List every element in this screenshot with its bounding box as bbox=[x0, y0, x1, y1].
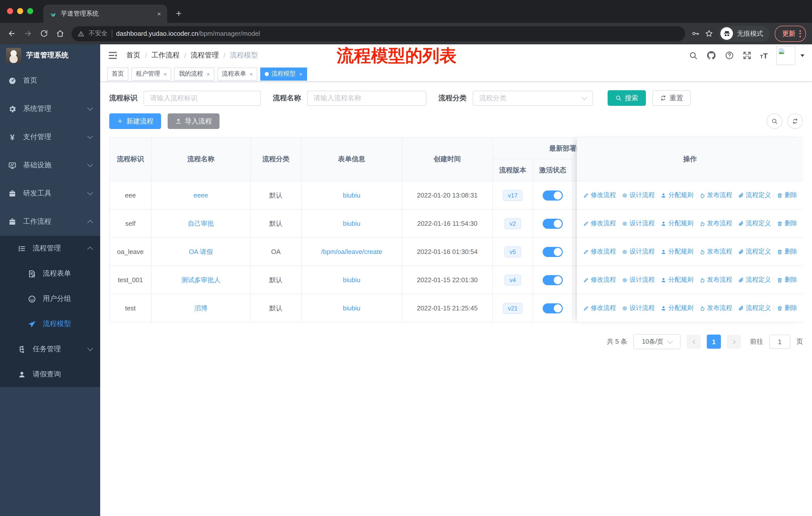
sidebar-item-task-mgmt[interactable]: 任务管理 bbox=[0, 336, 100, 362]
design-process-link[interactable]: 设计流程 bbox=[621, 276, 655, 284]
browser-update-button[interactable]: 更新 bbox=[775, 25, 806, 42]
publish-process-link[interactable]: 发布流程 bbox=[699, 247, 732, 256]
assign-rule-link[interactable]: 分配规则 bbox=[660, 191, 693, 199]
sidebar-item-infra[interactable]: 基础设施 bbox=[0, 151, 100, 180]
process-definition-link[interactable]: 流程定义 bbox=[738, 191, 771, 199]
process-name-input[interactable] bbox=[307, 90, 426, 106]
tag-home[interactable]: 首页 bbox=[107, 67, 128, 80]
address-bar[interactable]: 不安全 dashboard.yudao.iocoder.cn/bpm/manag… bbox=[71, 26, 685, 41]
sidebar-item-devtools[interactable]: 研发工具 bbox=[0, 180, 100, 208]
user-avatar[interactable] bbox=[776, 46, 795, 65]
modify-process-link[interactable]: 修改流程 bbox=[583, 191, 616, 199]
search-button[interactable]: 搜索 bbox=[608, 90, 646, 106]
prev-page-button[interactable] bbox=[687, 334, 701, 349]
sidebar-item-process-model[interactable]: 流程模型 bbox=[0, 311, 100, 336]
forward-button[interactable] bbox=[20, 26, 35, 41]
process-name-link[interactable]: 自己审批 bbox=[188, 219, 214, 228]
close-tag-icon[interactable]: × bbox=[250, 71, 253, 77]
modify-process-link[interactable]: 修改流程 bbox=[583, 247, 616, 256]
process-id-input[interactable] bbox=[143, 90, 261, 106]
process-name-link[interactable]: eeee bbox=[194, 191, 208, 199]
form-info-link[interactable]: biubiu bbox=[343, 220, 360, 227]
reload-button[interactable] bbox=[36, 26, 51, 41]
back-button[interactable] bbox=[4, 26, 19, 41]
minimize-window-button[interactable] bbox=[17, 8, 23, 14]
active-toggle[interactable] bbox=[543, 275, 563, 285]
process-definition-link[interactable]: 流程定义 bbox=[738, 247, 771, 256]
delete-link[interactable]: 删除 bbox=[777, 219, 797, 228]
breadcrumb-process-mgmt[interactable]: 流程管理 bbox=[191, 51, 219, 60]
process-definition-link[interactable]: 流程定义 bbox=[738, 276, 771, 284]
publish-process-link[interactable]: 发布流程 bbox=[699, 276, 732, 284]
design-process-link[interactable]: 设计流程 bbox=[621, 304, 655, 313]
design-process-link[interactable]: 设计流程 bbox=[621, 219, 655, 228]
goto-page-input[interactable] bbox=[769, 334, 790, 349]
design-process-link[interactable]: 设计流程 bbox=[621, 247, 655, 256]
publish-process-link[interactable]: 发布流程 bbox=[699, 304, 732, 313]
home-button[interactable] bbox=[52, 26, 67, 41]
show-search-button[interactable] bbox=[767, 113, 782, 129]
sidebar-item-workflow[interactable]: 工作流程 bbox=[0, 208, 100, 236]
active-toggle[interactable] bbox=[543, 218, 563, 228]
category-select[interactable]: 流程分类 bbox=[473, 90, 593, 106]
tag-process-form[interactable]: 流程表单× bbox=[218, 67, 258, 80]
fullscreen-icon[interactable] bbox=[742, 51, 751, 60]
browser-menu-icon[interactable] bbox=[800, 30, 801, 37]
tag-process-model[interactable]: 流程模型× bbox=[261, 67, 307, 80]
sidebar-item-system[interactable]: 系统管理 bbox=[0, 95, 100, 123]
import-process-button[interactable]: 导入流程 bbox=[168, 113, 220, 129]
design-process-link[interactable]: 设计流程 bbox=[621, 191, 655, 199]
sidebar-item-home[interactable]: 首页 bbox=[0, 66, 100, 95]
next-page-button[interactable] bbox=[727, 334, 741, 349]
assign-rule-link[interactable]: 分配规则 bbox=[660, 247, 693, 256]
create-process-button[interactable]: 新建流程 bbox=[109, 113, 161, 129]
process-definition-link[interactable]: 流程定义 bbox=[738, 304, 771, 313]
modify-process-link[interactable]: 修改流程 bbox=[583, 304, 616, 313]
close-tab-icon[interactable]: × bbox=[155, 10, 163, 18]
search-icon[interactable] bbox=[689, 51, 697, 60]
active-toggle[interactable] bbox=[543, 247, 563, 257]
assign-rule-link[interactable]: 分配规则 bbox=[660, 304, 693, 313]
sidebar-item-user-group[interactable]: 用户分组 bbox=[0, 286, 100, 311]
sidebar-item-process-mgmt[interactable]: 流程管理 bbox=[0, 236, 100, 261]
close-tag-icon[interactable]: × bbox=[299, 71, 302, 77]
active-toggle[interactable] bbox=[543, 190, 563, 200]
form-info-link[interactable]: biubiu bbox=[343, 276, 360, 284]
page-size-select[interactable]: 10条/页 bbox=[633, 334, 680, 349]
breadcrumb-workflow[interactable]: 工作流程 bbox=[151, 51, 180, 60]
close-tag-icon[interactable]: × bbox=[207, 71, 210, 77]
hamburger-fold-icon[interactable] bbox=[108, 50, 118, 60]
reset-button[interactable]: 重置 bbox=[652, 90, 691, 106]
tag-tenant[interactable]: 租户管理× bbox=[132, 67, 171, 80]
help-icon[interactable] bbox=[725, 51, 734, 60]
modify-process-link[interactable]: 修改流程 bbox=[583, 276, 616, 284]
bookmark-star-icon[interactable] bbox=[705, 29, 713, 38]
refresh-table-button[interactable] bbox=[787, 113, 803, 129]
sidebar-item-process-form[interactable]: 流程表单 bbox=[0, 261, 100, 286]
password-key-icon[interactable] bbox=[691, 29, 700, 38]
sidebar-item-leave-query[interactable]: 请假查询 bbox=[0, 362, 100, 387]
close-window-button[interactable] bbox=[7, 8, 13, 14]
avatar-caret-down-icon[interactable] bbox=[801, 54, 805, 57]
breadcrumb-home[interactable]: 首页 bbox=[126, 51, 141, 60]
publish-process-link[interactable]: 发布流程 bbox=[699, 191, 732, 199]
new-tab-button[interactable]: + bbox=[171, 6, 186, 21]
close-tag-icon[interactable]: × bbox=[164, 71, 167, 77]
browser-tab[interactable]: 芋道管理系统 × bbox=[43, 4, 167, 23]
delete-link[interactable]: 删除 bbox=[777, 191, 797, 199]
delete-link[interactable]: 删除 bbox=[777, 276, 797, 284]
sidebar-item-payment[interactable]: ¥ 支付管理 bbox=[0, 123, 100, 151]
maximize-window-button[interactable] bbox=[27, 8, 33, 14]
process-name-link[interactable]: 滔博 bbox=[194, 304, 207, 313]
form-info-link[interactable]: biubiu bbox=[343, 304, 360, 312]
active-toggle[interactable] bbox=[543, 303, 563, 313]
page-number-button[interactable]: 1 bbox=[707, 334, 721, 349]
tag-my-process[interactable]: 我的流程× bbox=[174, 67, 214, 80]
publish-process-link[interactable]: 发布流程 bbox=[699, 219, 732, 228]
assign-rule-link[interactable]: 分配规则 bbox=[660, 219, 693, 228]
form-info-link[interactable]: /bpm/oa/leave/create bbox=[321, 248, 382, 255]
process-definition-link[interactable]: 流程定义 bbox=[738, 219, 771, 228]
modify-process-link[interactable]: 修改流程 bbox=[583, 219, 616, 228]
process-name-link[interactable]: 测试多审批人 bbox=[181, 275, 221, 284]
delete-link[interactable]: 删除 bbox=[777, 304, 797, 313]
